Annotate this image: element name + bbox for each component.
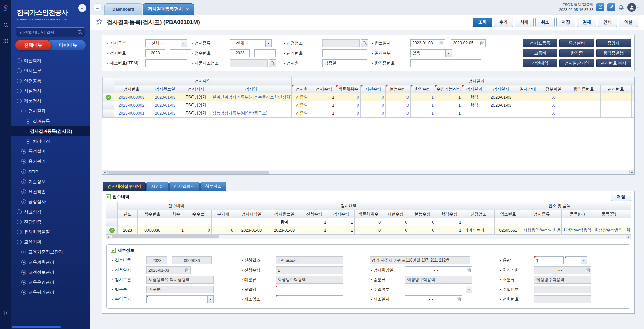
search-button[interactable]: 조회 [473,18,492,27]
expand-icon[interactable]: + [21,290,26,295]
column-header[interactable]: 불능수량 [386,85,411,93]
excel-button[interactable]: 엑셀 [619,18,638,27]
print-button[interactable]: 인쇄 [598,18,617,27]
approval-status-select[interactable]: 없음▼ [410,49,452,57]
cell-link[interactable]: 1 [431,95,434,100]
manage-no-copy-button[interactable]: 관리번호 복사 [596,59,631,67]
grid-horizontal-scrollbar[interactable]: ◀ ▶ [102,170,634,174]
receipt-no-input[interactable] [172,256,212,264]
column-header[interactable]: 검사완료일 [149,85,181,93]
column-header[interactable]: 시편수량 [361,85,386,93]
deadline-input[interactable] [534,266,591,274]
phone-input[interactable] [534,295,591,303]
external-link-button[interactable] [596,3,604,11]
cell-link[interactable]: 0 [406,103,409,108]
certificate-no-input[interactable] [410,59,481,67]
column-header[interactable]: 수수료 [185,210,212,218]
sidebar-item-12[interactable]: +기준정보 [11,177,90,187]
expand-icon[interactable]: + [21,169,26,174]
receipt-no-input[interactable] [146,256,167,264]
expand-icon[interactable]: + [17,220,22,224]
pass-certificate-button[interactable]: 합격증 [559,49,594,57]
menu-search-input[interactable] [16,27,85,37]
applicant-input[interactable] [276,256,343,264]
sidebar-item-4[interactable]: −제품검사 [11,96,90,106]
collapse-icon[interactable]: − [17,99,22,103]
cell-link[interactable]: 1 [431,111,434,116]
column-header[interactable]: 검사원 [292,85,312,93]
make-date-input[interactable] [405,295,462,303]
save-button[interactable]: 저장 [556,18,575,27]
delete-button[interactable]: 삭제 [515,18,534,27]
cell-link[interactable]: X [552,103,555,108]
category-middle-input[interactable] [405,276,472,284]
column-header[interactable]: 제조번호 [632,85,635,93]
column-header[interactable]: 품목(중) [593,210,625,218]
cell-link[interactable]: 0 [382,103,384,108]
cell-link[interactable]: 김종일 [296,103,308,107]
cell-link[interactable]: 김종일 [296,111,308,115]
column-header[interactable]: 검사완료일 [268,210,301,218]
cell-link[interactable]: 2023-0000002 [119,103,144,108]
column-header[interactable]: 검사번호 [114,85,149,93]
import-yn-select[interactable]: ▼ [405,286,472,293]
inspection-no-input[interactable] [145,49,165,57]
inspector-input[interactable] [322,59,367,67]
sidebar-item-13[interactable]: +요건확인 [11,187,90,197]
cell-link[interactable]: 0 [406,95,409,100]
sidebar-item-18[interactable]: −교육기획 [11,237,90,247]
column-header[interactable]: 검사지사 [181,85,211,93]
expand-icon[interactable]: + [21,199,26,204]
rail-search-icon[interactable] [3,22,8,29]
expand-icon[interactable]: + [17,58,22,63]
grid-row[interactable]: ✓2023-00000032023-01-03ESG경영처설계단계검사기록부(가… [103,93,635,101]
sidebar-item-16[interactable]: +진단인증 [11,217,90,227]
sidebar-item-11[interactable]: +SEIP [11,167,90,177]
cell-link[interactable]: 2023-0000001 [119,111,144,116]
cell-link[interactable]: X [552,95,555,100]
scroll-right-arrow[interactable]: ▶ [626,235,631,239]
add-button[interactable]: 추가 [494,18,513,27]
expand-icon[interactable]: + [21,189,26,194]
inspection-class-input[interactable] [146,276,214,284]
column-header[interactable]: 검사일자 [486,85,516,93]
rail-apps-icon[interactable] [3,39,8,44]
grid-row[interactable]: 2023-00000022023-01-03ESG경영처김종일100011합격2… [103,101,635,109]
inspection-batch-draft-button[interactable]: 검사일괄기안 [559,59,594,67]
column-header[interactable]: 신청수량 [301,210,328,218]
category-minor-input[interactable] [534,276,591,284]
expand-icon[interactable]: + [17,89,22,93]
expand-icon[interactable]: + [17,230,22,234]
capacity-input[interactable] [534,256,564,264]
receipt-save-button[interactable]: 저장 [611,193,631,201]
sidebar-item-1[interactable]: +인사노무 [11,66,90,76]
sidebar-item-9[interactable]: +특정설비 [11,146,90,156]
expand-icon[interactable]: + [26,139,30,144]
cell-link[interactable]: 0 [406,111,409,116]
sidebar-scrollbar[interactable] [12,326,61,328]
receipt-no-input[interactable] [254,49,276,57]
column-header[interactable]: 검사수량 [328,210,355,218]
sidebar-item-7[interactable]: 검사결과등록(검사표) [11,126,90,136]
maker-input[interactable] [276,295,343,303]
expand-icon[interactable]: + [21,179,26,184]
law-class-input[interactable] [146,286,214,293]
user-avatar[interactable]: ▾ [627,3,639,12]
column-header[interactable]: 합격증번호 [567,85,601,93]
column-header[interactable]: 품목(대) [562,210,593,218]
scroll-right-arrow[interactable]: ▶ [629,170,634,174]
edit-button[interactable] [607,3,615,11]
column-header[interactable]: 관리번호 [601,85,632,93]
summary-row[interactable]: 합계110001 [106,218,631,226]
sidebar-item-14[interactable]: +공장심사 [11,197,90,207]
cell-link[interactable]: 0 [357,111,359,116]
expand-icon[interactable]: + [21,250,26,254]
inspection-no-input[interactable] [170,49,191,57]
product-maker-lookup-button[interactable] [269,59,276,67]
column-header[interactable]: 부가세 [212,210,235,218]
sidebar-item-10[interactable]: +용기관리 [11,156,90,167]
apply-qty-input[interactable] [276,266,343,274]
column-header[interactable]: 수입가능잔량 [435,85,462,93]
column-header[interactable]: 검사종류 [522,210,562,218]
row-indicator[interactable] [106,218,118,226]
